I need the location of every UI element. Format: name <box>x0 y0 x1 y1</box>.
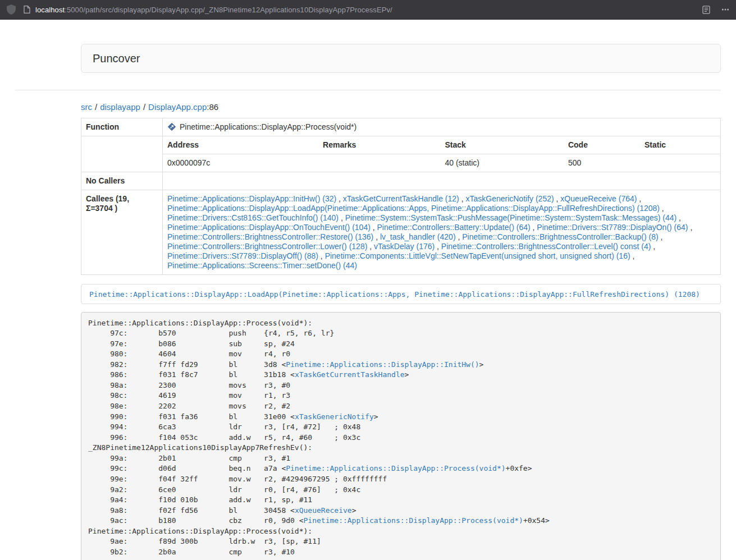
callee-link[interactable]: Pinetime::System::SystemTask::PushMessag… <box>345 213 677 222</box>
callee-link[interactable]: Pinetime::Applications::Screens::Timer::… <box>167 261 357 270</box>
selected-symbol-panel: Pinetime::Applications::DisplayApp::Load… <box>81 284 721 304</box>
breadcrumb-item-file[interactable]: DisplayApp.cpp <box>148 102 207 112</box>
callee-link[interactable]: Pinetime::Drivers::St7789::DisplayOn() (… <box>537 223 688 232</box>
callee-link[interactable]: lv_task_handler (420) <box>380 232 456 241</box>
callee-link[interactable]: Pinetime::Controllers::Battery::Update()… <box>377 223 531 232</box>
column-code: Code <box>564 136 640 154</box>
stats-table: Address Remarks Stack Code Static <box>163 136 720 172</box>
breadcrumb-item-displayapp[interactable]: displayapp <box>100 102 140 112</box>
callee-link[interactable]: Pinetime::Controllers::BrightnessControl… <box>167 232 373 241</box>
stack-value: 40 (static) <box>441 154 564 172</box>
page-content: Puncover src/displayapp/DisplayApp.cpp:8… <box>0 44 736 560</box>
stats-row: Address Remarks Stack Code Static <box>81 136 721 172</box>
page-icon[interactable] <box>24 6 30 13</box>
stats-data-row: 0x0000097c 40 (static) 500 <box>163 154 720 172</box>
stats-label-cell <box>81 136 163 172</box>
stats-header-row: Address Remarks Stack Code Static <box>163 136 720 154</box>
function-name: Pinetime::Applications::DisplayApp::Proc… <box>180 122 356 131</box>
no-callers-cell <box>163 172 721 190</box>
url-bar[interactable]: localhost:5000/path/src/displayapp/Displ… <box>24 6 702 14</box>
column-address: Address <box>163 136 318 154</box>
function-row: Function Pinetime::Applications::Display… <box>81 118 721 136</box>
column-static: Static <box>640 136 720 154</box>
callees-label: Callees (19, Σ=3704 ) <box>81 190 163 275</box>
callee-link[interactable]: xTaskGenericNotify (252) <box>465 194 554 203</box>
callee-link[interactable]: vTaskDelay (176) <box>374 242 435 251</box>
code-value: 500 <box>564 154 640 172</box>
callee-link[interactable]: Pinetime::Drivers::St7789::DisplayOff() … <box>167 251 318 260</box>
function-name-cell: Pinetime::Applications::DisplayApp::Proc… <box>163 118 721 136</box>
function-label: Function <box>81 118 163 136</box>
function-icon <box>167 122 176 131</box>
breadcrumb: src/displayapp/DisplayApp.cpp:86 <box>81 102 721 112</box>
callee-link[interactable]: Pinetime::Components::LittleVgl::SetNewT… <box>325 251 630 260</box>
asm-symbol-link[interactable]: Pinetime::Applications::DisplayApp::Init… <box>286 360 479 369</box>
assembly-code: Pinetime::Applications::DisplayApp::Proc… <box>81 312 721 560</box>
column-stack: Stack <box>441 136 564 154</box>
callee-link[interactable]: Pinetime::Applications::DisplayApp::Load… <box>167 204 660 213</box>
asm-symbol-link[interactable]: xTaskGetCurrentTaskHandle <box>295 370 405 379</box>
callees-row: Callees (19, Σ=3704 ) Pinetime::Applicat… <box>81 190 721 275</box>
selected-symbol-link[interactable]: Pinetime::Applications::DisplayApp::Load… <box>89 290 700 299</box>
app-title: Puncover <box>93 52 140 65</box>
breadcrumb-line-number: :86 <box>207 102 218 112</box>
browser-toolbar: localhost:5000/path/src/displayapp/Displ… <box>0 0 736 20</box>
asm-symbol-link[interactable]: xTaskGenericNotify <box>295 412 374 421</box>
callee-link[interactable]: Pinetime::Applications::DisplayApp::OnTo… <box>167 223 371 232</box>
divider <box>15 90 721 90</box>
remarks-value <box>318 154 440 172</box>
callee-link[interactable]: Pinetime::Controllers::BrightnessControl… <box>441 242 651 251</box>
overflow-menu-icon[interactable] <box>721 6 729 13</box>
breadcrumb-separator: / <box>143 102 145 112</box>
callees-list: Pinetime::Applications::DisplayApp::Init… <box>163 190 721 275</box>
browser-window: localhost:5000/path/src/displayapp/Displ… <box>0 0 736 560</box>
callee-link[interactable]: xQueueReceive (764) <box>560 194 637 203</box>
no-callers-label: No Callers <box>81 172 163 190</box>
callee-link[interactable]: xTaskGetCurrentTaskHandle (12) <box>343 194 459 203</box>
reader-mode-icon[interactable] <box>702 6 710 14</box>
address-value: 0x0000097c <box>163 154 318 172</box>
breadcrumb-item-src[interactable]: src <box>81 102 92 112</box>
shield-icon[interactable] <box>7 4 16 15</box>
callee-link[interactable]: Pinetime::Controllers::BrightnessControl… <box>462 232 658 241</box>
asm-symbol-link[interactable]: Pinetime::Applications::DisplayApp::Proc… <box>286 464 505 472</box>
url-host: localhost <box>35 6 65 14</box>
breadcrumb-separator: / <box>95 102 97 112</box>
asm-symbol-link[interactable]: Pinetime::Applications::DisplayApp::Proc… <box>304 516 523 525</box>
column-remarks: Remarks <box>318 136 440 154</box>
callee-link[interactable]: Pinetime::Controllers::BrightnessControl… <box>167 242 367 251</box>
static-value <box>640 154 720 172</box>
app-header-panel: Puncover <box>81 44 721 73</box>
stats-cell: Address Remarks Stack Code Static <box>163 136 721 172</box>
callee-link[interactable]: Pinetime::Drivers::Cst816S::GetTouchInfo… <box>167 213 339 222</box>
function-info-table: Function Pinetime::Applications::Display… <box>81 118 721 275</box>
url-path: :5000/path/src/displayapp/DisplayApp.cpp… <box>65 6 392 14</box>
url-text: localhost:5000/path/src/displayapp/Displ… <box>35 6 392 14</box>
asm-symbol-link[interactable]: xQueueReceive <box>295 506 352 515</box>
toolbar-right-icons <box>702 6 729 14</box>
no-callers-row: No Callers <box>81 172 721 190</box>
callee-link[interactable]: Pinetime::Applications::DisplayApp::Init… <box>167 194 336 203</box>
